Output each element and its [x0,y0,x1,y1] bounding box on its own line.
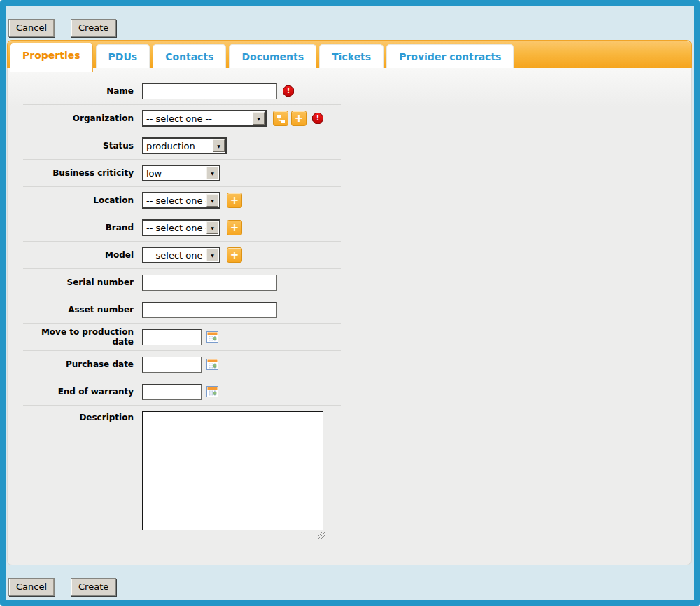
asset-number-input[interactable] [142,302,277,318]
select-arrow-icon: ▼ [206,249,218,261]
toolbar-bottom: Cancel Create [8,578,116,596]
form-row-end-of-warranty: End of warranty [23,378,341,406]
field-label: Brand [23,223,134,233]
tab-bar: Properties PDUs Contacts Documents Ticke… [7,40,692,68]
hierarchy-icon [276,114,286,123]
select-arrow-icon: ▼ [206,167,218,179]
field-label: Location [23,195,134,205]
calendar-icon [206,359,218,370]
tab-panel-properties: Name ! Organization -- [7,68,692,565]
page-background: Cancel Create Properties PDUs Contacts D… [6,6,694,600]
app-window: Cancel Create Properties PDUs Contacts D… [0,0,700,606]
field-label: Name [23,86,134,96]
select-arrow-icon: ▼ [253,112,265,125]
field-label: Business criticity [23,168,134,178]
properties-form: Name ! Organization -- [23,78,341,549]
calendar-picker-button[interactable] [206,386,218,397]
name-input[interactable] [142,83,277,99]
textarea-resize-handle[interactable] [317,532,326,539]
toolbar-top: Cancel Create [8,19,116,37]
description-textarea[interactable] [142,411,323,530]
calendar-picker-button[interactable] [206,359,218,370]
purchase-date-input[interactable] [142,357,202,373]
form-row-status: Status production ▼ [23,132,341,160]
form-row-brand: Brand -- select one -- ▼ + [23,214,341,242]
model-select[interactable]: -- select one -- ▼ [142,247,220,263]
form-row-asset-number: Asset number [23,296,341,324]
select-arrow-icon: ▼ [206,194,218,207]
add-model-button[interactable]: + [227,247,242,263]
field-label: Model [23,250,134,260]
organization-select[interactable]: -- select one -- ▼ [142,110,267,127]
cancel-button[interactable]: Cancel [8,19,55,37]
calendar-icon [206,331,218,343]
brand-select[interactable]: -- select one -- ▼ [142,219,220,236]
tab-documents[interactable]: Documents [229,44,316,69]
business-criticity-select[interactable]: low ▼ [142,165,220,181]
calendar-picker-button[interactable] [206,331,218,343]
form-row-move-to-production-date: Move to production date [23,324,341,351]
calendar-icon [206,386,218,397]
field-label: Asset number [23,305,134,315]
create-button[interactable]: Create [71,19,116,37]
mandatory-icon: ! [283,85,294,97]
form-row-business-criticity: Business criticity low ▼ [23,160,341,187]
move-to-production-date-input[interactable] [142,329,202,345]
create-button[interactable]: Create [71,578,116,596]
select-arrow-icon: ▼ [206,221,218,234]
add-brand-button[interactable]: + [227,220,242,235]
cancel-button[interactable]: Cancel [8,578,55,596]
form-row-location: Location -- select one -- ▼ + [23,187,341,214]
field-label: Status [23,141,134,151]
hierarchy-button[interactable] [273,111,288,126]
location-select[interactable]: -- select one -- ▼ [142,192,220,209]
add-organization-button[interactable]: + [291,111,307,126]
field-label: End of warranty [23,387,134,397]
field-label: Purchase date [23,359,134,369]
tab-properties[interactable]: Properties [10,43,93,72]
status-select[interactable]: production ▼ [142,137,227,154]
field-label: Move to production date [23,327,134,347]
tab-widget: Properties PDUs Contacts Documents Ticke… [7,40,692,565]
end-of-warranty-input[interactable] [142,384,202,400]
select-arrow-icon: ▼ [213,139,225,152]
form-row-purchase-date: Purchase date [23,351,341,378]
tab-tickets[interactable]: Tickets [319,44,384,69]
field-label: Organization [23,113,134,123]
serial-number-input[interactable] [142,275,277,291]
field-label: Description [23,406,134,422]
form-row-name: Name ! [23,78,341,105]
tab-contacts[interactable]: Contacts [153,44,226,69]
form-row-serial-number: Serial number [23,269,341,296]
field-label: Serial number [23,277,134,287]
form-row-description: Description [23,406,341,549]
form-row-model: Model -- select one -- ▼ + [23,242,341,269]
mandatory-icon: ! [312,113,323,124]
tab-provider-contracts[interactable]: Provider contracts [386,44,514,69]
tab-pdus[interactable]: PDUs [96,44,150,69]
add-location-button[interactable]: + [227,193,242,208]
form-row-organization: Organization -- select one -- ▼ [23,105,341,132]
